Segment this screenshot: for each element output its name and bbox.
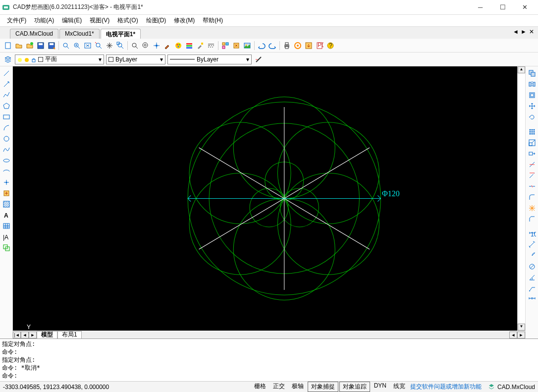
new-file-icon[interactable] — [3, 41, 13, 51]
xref-icon[interactable] — [231, 41, 241, 51]
scale-icon[interactable] — [527, 138, 537, 148]
fillet-icon[interactable] — [527, 192, 537, 202]
hatch-icon[interactable] — [1, 199, 11, 209]
mirror-icon[interactable] — [527, 79, 537, 89]
point-icon[interactable] — [1, 177, 11, 187]
rectangle-icon[interactable] — [1, 112, 11, 122]
trim-icon[interactable] — [527, 160, 537, 169]
offset-icon[interactable] — [527, 90, 537, 100]
command-window[interactable]: 指定对角点:命令:指定对角点:命令: *取消*命令: — [0, 338, 538, 381]
extend-icon[interactable] — [527, 170, 537, 180]
regen-icon[interactable] — [152, 41, 161, 51]
layers-icon[interactable] — [184, 41, 194, 51]
export-icon[interactable] — [304, 41, 314, 51]
zoom-prev-icon[interactable] — [94, 41, 104, 51]
circle-icon[interactable] — [1, 134, 11, 144]
linetype-combo[interactable]: ByLayer ▾ — [167, 55, 252, 64]
sheet-next-icon[interactable]: ► — [29, 332, 37, 338]
menu-item[interactable]: 绘图(D) — [142, 15, 170, 26]
arc-icon[interactable] — [1, 123, 11, 133]
dim-radius-icon[interactable] — [527, 251, 537, 261]
zoom-in-icon[interactable] — [72, 41, 82, 51]
layer-manager-icon[interactable] — [3, 55, 13, 64]
drawing-canvas[interactable]: Φ120 Y X 10 70 0 30 — [13, 66, 525, 331]
sheet-tab[interactable]: 模型 — [37, 331, 57, 339]
menu-item[interactable]: 编辑(E) — [58, 15, 86, 26]
horizontal-scrollbar[interactable] — [82, 332, 509, 338]
zoom-scale-icon[interactable] — [141, 41, 151, 51]
zoom-extents-icon[interactable] — [83, 41, 93, 51]
status-toggle[interactable]: 对象追踪 — [339, 382, 370, 392]
menu-item[interactable]: 功能(A) — [30, 15, 58, 26]
plot-icon[interactable] — [293, 41, 303, 51]
linetype-icon[interactable] — [206, 41, 216, 51]
status-toggle[interactable]: 对象捕捉 — [308, 382, 338, 392]
dim-continue-icon[interactable] — [527, 294, 537, 304]
saveas-icon[interactable] — [47, 41, 56, 51]
dim-diameter-icon[interactable] — [527, 262, 537, 272]
document-tab[interactable]: 电视平面1* — [101, 29, 141, 39]
polyline-icon[interactable] — [1, 90, 11, 100]
image-icon[interactable] — [242, 41, 252, 51]
polygon-icon[interactable] — [1, 101, 11, 111]
status-toggle[interactable]: 正交 — [270, 382, 288, 392]
maximize-button[interactable]: ☐ — [491, 0, 514, 14]
document-tab[interactable]: CAD.MxCloud — [10, 29, 58, 39]
menu-item[interactable]: 帮助(H) — [199, 15, 227, 26]
pdf-icon[interactable]: PDF — [315, 41, 324, 51]
region-icon[interactable] — [1, 243, 11, 253]
zoom-realtime-icon[interactable] — [130, 41, 140, 51]
match-icon[interactable] — [195, 41, 205, 51]
ellipse-arc-icon[interactable] — [1, 167, 11, 176]
stretch-icon[interactable] — [527, 149, 537, 159]
tab-close-icon[interactable]: ✕ — [528, 28, 535, 35]
ellipse-icon[interactable] — [1, 156, 11, 166]
insert-block-icon[interactable] — [1, 188, 11, 198]
color-combo[interactable]: ByLayer ▾ — [106, 55, 165, 64]
chamfer-icon[interactable] — [527, 214, 537, 224]
tab-next-icon[interactable]: ► — [520, 28, 527, 35]
status-toggle[interactable]: 栅格 — [251, 382, 269, 392]
zoom-window-icon[interactable] — [61, 41, 71, 51]
minimize-button[interactable]: ─ — [469, 0, 491, 14]
print-icon[interactable] — [282, 41, 292, 51]
ray-icon[interactable] — [1, 79, 11, 89]
pan-icon[interactable] — [105, 41, 114, 51]
rotate-icon[interactable] — [527, 112, 537, 122]
document-tab[interactable]: MxCloud1* — [59, 29, 100, 39]
open-cloud-icon[interactable] — [25, 41, 35, 51]
scroll-right-icon[interactable]: ► — [517, 332, 525, 338]
sheet-tab[interactable]: 布局1 — [57, 331, 82, 339]
status-toggle[interactable]: 线宽 — [390, 382, 408, 392]
dim-angular-icon[interactable] — [527, 273, 537, 282]
tab-prev-icon[interactable]: ◄ — [512, 28, 519, 35]
scroll-left-icon[interactable]: ◄ — [509, 332, 517, 338]
status-toggle[interactable]: DYN — [371, 382, 389, 392]
menu-item[interactable]: 文件(F) — [3, 15, 30, 26]
spline-icon[interactable] — [1, 145, 11, 155]
redo-icon[interactable] — [268, 41, 277, 51]
undo-icon[interactable] — [257, 41, 267, 51]
break-icon[interactable] — [527, 181, 537, 191]
menu-item[interactable]: 视图(V) — [86, 15, 113, 26]
sheet-first-icon[interactable]: |◄ — [13, 332, 21, 338]
menu-item[interactable]: 格式(O) — [113, 15, 142, 26]
menu-item[interactable]: 修改(M) — [170, 15, 199, 26]
help-icon[interactable]: ? — [325, 41, 335, 51]
color-icon[interactable] — [173, 41, 183, 51]
mtext-icon[interactable]: |A — [1, 232, 11, 242]
text-icon[interactable]: A — [1, 210, 11, 220]
copy-prop-icon[interactable] — [527, 68, 537, 78]
move-icon[interactable] — [527, 101, 537, 111]
zoom-all-icon[interactable] — [115, 41, 125, 51]
sheet-prev-icon[interactable]: ◄ — [21, 332, 29, 338]
table-icon[interactable] — [1, 221, 11, 231]
dim-aligned-icon[interactable] — [527, 240, 537, 250]
dim-leader-icon[interactable] — [527, 283, 537, 293]
layer-combo[interactable]: 平面 ▾ — [15, 55, 104, 64]
status-toggle[interactable]: 极轴 — [289, 382, 307, 392]
brush-icon[interactable] — [162, 41, 172, 51]
feedback-link[interactable]: 提交软件问题或增加新功能 — [410, 383, 482, 391]
save-icon[interactable] — [36, 41, 46, 51]
open-file-icon[interactable] — [14, 41, 24, 51]
